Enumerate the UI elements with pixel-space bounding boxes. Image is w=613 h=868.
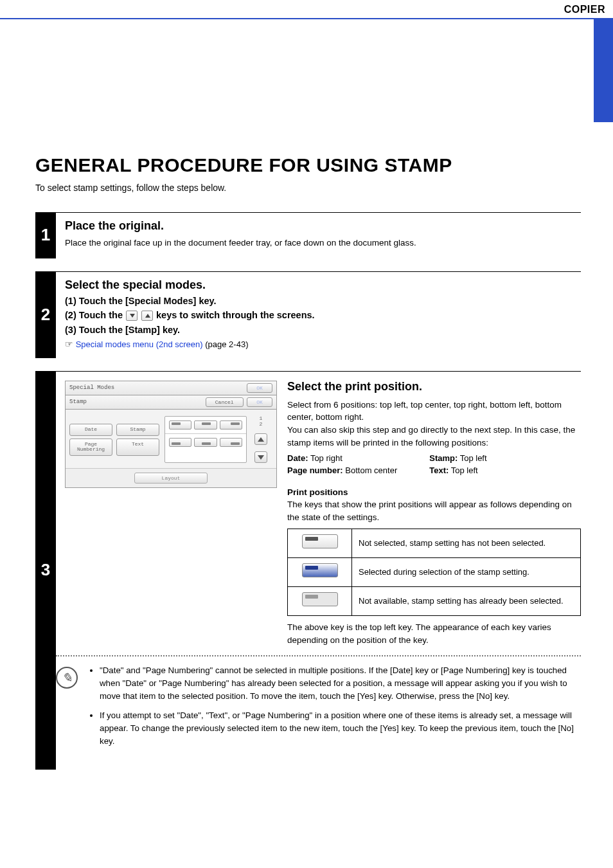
def-date-v: Top right	[308, 453, 342, 463]
state-key-normal-icon	[302, 534, 338, 548]
scroll-up-button[interactable]	[254, 433, 267, 445]
state-after-text: The above key is the top left key. The a…	[287, 621, 581, 646]
pos-top-right[interactable]	[220, 420, 242, 429]
panel-header: Special Modes	[69, 384, 114, 391]
position-selector	[164, 416, 247, 464]
state-key-disabled-icon	[302, 592, 338, 606]
state1-text: Not selected, stamp setting has not been…	[352, 529, 581, 558]
step2-sub1: (1) Touch the [Special Modes] key.	[65, 296, 574, 306]
section-label: COPIER	[556, 0, 613, 18]
panel-ok-top[interactable]: OK	[247, 383, 272, 393]
touchscreen-panel: Special Modes OK Stamp Cancel OK	[65, 381, 277, 489]
panel-cancel[interactable]: Cancel	[206, 397, 244, 407]
state-key-selected-icon	[302, 563, 338, 577]
print-positions-text: The keys that show the print positions w…	[287, 498, 581, 523]
step2-sub2: (2) Touch the keys to switch through the…	[65, 310, 574, 321]
def-page-v: Bottom center	[343, 466, 398, 475]
def-stamp-v: Top left	[458, 453, 486, 463]
step2-title: Select the special modes.	[65, 278, 574, 292]
side-tab	[594, 19, 613, 122]
note-1: "Date" and "Page Numbering" cannot be se…	[100, 664, 581, 703]
def-text-v: Top left	[449, 466, 477, 475]
page-title: GENERAL PROCEDURE FOR USING STAMP	[35, 154, 581, 176]
pos-bottom-center[interactable]	[194, 438, 217, 447]
intro-text: To select stamp settings, follow the ste…	[35, 183, 581, 193]
step1-title: Place the original.	[65, 219, 574, 233]
def-page-l: Page number:	[287, 466, 343, 475]
down-arrow-key-icon	[126, 311, 138, 321]
panel-ok[interactable]: OK	[247, 397, 272, 407]
state2-text: Selected during selection of the stamp s…	[352, 558, 581, 587]
step2-sub3: (3) Touch the [Stamp] key.	[65, 325, 574, 335]
note-icon: ✎	[56, 667, 78, 689]
pos-top-center[interactable]	[194, 420, 217, 429]
divider	[56, 655, 581, 656]
def-text-l: Text:	[429, 466, 449, 475]
page-indicator: 1 2	[260, 416, 263, 428]
def-date-l: Date:	[287, 453, 308, 463]
print-positions-heading: Print positions	[287, 487, 348, 497]
pos-bottom-right[interactable]	[220, 438, 242, 447]
pos-bottom-left[interactable]	[169, 438, 191, 447]
step2-ref: ☞ Special modes menu (2nd screen) (page …	[65, 339, 574, 349]
def-stamp-l: Stamp:	[429, 453, 458, 463]
state-table: Not selected, stamp setting has not been…	[287, 529, 581, 616]
mode-stamp[interactable]: Stamp	[116, 424, 159, 436]
special-modes-link[interactable]: Special modes menu (2nd screen)	[76, 339, 203, 349]
layout-button[interactable]: Layout	[134, 473, 208, 484]
state3-text: Not available, stamp setting has already…	[352, 587, 581, 616]
step3-title: Select the print position.	[287, 378, 581, 395]
step2-sub2a: (2) Touch the	[65, 310, 125, 320]
step-number-2: 2	[35, 271, 56, 358]
step1-text: Place the original face up in the docume…	[65, 237, 574, 249]
mode-date[interactable]: Date	[69, 424, 112, 436]
step-number-3: 3	[35, 371, 56, 770]
panel-stamp-label: Stamp	[69, 399, 87, 405]
mode-page-numbering[interactable]: Page Numbering	[69, 439, 112, 457]
ref-page: (page 2-43)	[205, 339, 248, 349]
step-number-1: 1	[35, 212, 56, 258]
mode-text[interactable]: Text	[116, 439, 159, 457]
step2-sub2b: keys to switch through the screens.	[156, 310, 315, 320]
pointer-icon: ☞	[65, 339, 73, 349]
scroll-down-button[interactable]	[254, 451, 267, 463]
step3-p1: Select from 6 positions: top left, top c…	[287, 399, 581, 424]
up-arrow-key-icon	[141, 311, 153, 321]
pos-top-left[interactable]	[169, 420, 191, 429]
note-2: If you attempt to set "Date", "Text", or…	[100, 709, 581, 748]
step3-p2: You can also skip this step and go direc…	[287, 424, 581, 449]
